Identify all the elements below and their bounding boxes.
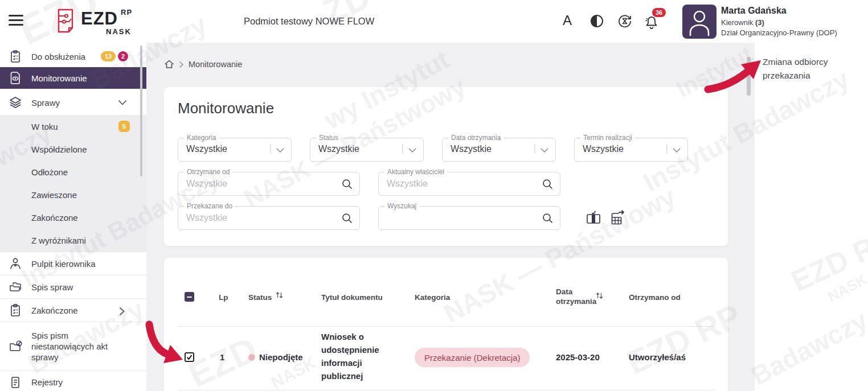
cell-status: Niepodjęte <box>259 352 303 362</box>
chevron-down-icon[interactable] <box>541 148 548 153</box>
column-header-otrzymano-od[interactable]: Otrzymano od <box>629 293 681 302</box>
filter-select-termin-realizacji[interactable]: Termin realizacji Wszystkie | <box>574 138 688 162</box>
main-scrollbar[interactable] <box>747 57 751 96</box>
filter-search-wyszukaj: Wyszukaj <box>378 206 560 230</box>
sidebar-item-zawieszone[interactable]: Zawieszone <box>0 183 146 206</box>
registry-document-icon <box>9 375 23 390</box>
user-role: Kierownik (3) <box>721 18 764 27</box>
clipboard-checklist-icon <box>9 49 23 64</box>
search-icon[interactable] <box>342 213 353 224</box>
amber-count-badge: 13 <box>101 51 116 61</box>
cell-date: 2025-03-20 <box>556 352 600 362</box>
chevron-down-icon[interactable] <box>408 148 416 153</box>
column-header-status[interactable]: Status <box>248 293 272 302</box>
field-separator: | <box>534 143 536 154</box>
chevron-down-icon[interactable] <box>276 148 284 153</box>
select-all-checkbox[interactable] <box>185 292 194 302</box>
sidebar-item-label: Z wyróżnikami <box>31 236 86 245</box>
cell-document-title[interactable]: Wniosek o udostępnienie informacji publi… <box>321 330 391 382</box>
sidebar-item-label: W toku <box>31 122 58 131</box>
filter-select-kategoria[interactable]: Kategoria Wszystkie | <box>178 138 292 162</box>
otrzymane-od-input[interactable] <box>186 173 329 195</box>
search-icon[interactable] <box>542 213 553 224</box>
page-title: Monitorowanie <box>178 100 274 117</box>
column-header-tytul[interactable]: Tytuł dokumentu <box>321 293 383 302</box>
filter-select-data-otrzymania[interactable]: Data otrzymania Wszystkie | <box>442 138 556 162</box>
sidebar-item-z-wyroznikami[interactable]: Z wyróżnikami <box>0 229 146 252</box>
sidebar-item-wspoldzielone[interactable]: Współdzielone <box>0 138 146 160</box>
document-eye-icon <box>9 71 23 85</box>
column-picker-icon[interactable] <box>586 210 601 226</box>
sidebar-item-label: Spis pism niestanowiących akt sprawy <box>31 330 133 363</box>
row-checkbox[interactable] <box>185 352 194 362</box>
sidebar-item-sprawy[interactable]: Sprawy <box>0 90 146 115</box>
chevron-right-icon <box>120 307 125 315</box>
sidebar-item-label: Odłożone <box>31 167 68 177</box>
column-header-lp[interactable]: Lp <box>219 293 228 302</box>
status-dot <box>248 354 255 361</box>
sidebar-item-do-obsluzenia[interactable]: Do obsłużenia 13 2 <box>0 46 146 67</box>
logo-rp-text: RP <box>121 8 132 17</box>
clipboard-check-icon <box>9 303 23 318</box>
sidebar-item-label: Monitorowanie <box>31 73 87 84</box>
wyszukaj-input[interactable] <box>387 207 529 229</box>
home-icon[interactable] <box>164 59 174 69</box>
sidebar-item-zakonczone[interactable]: Zakończone <box>0 298 146 322</box>
entity-title: Podmiot testowy NOWE FLOW <box>244 16 374 27</box>
filter-select-status[interactable]: Status Wszystkie | <box>310 138 424 162</box>
sidebar-item-label: Sprawy <box>31 97 60 108</box>
sidebar-item-label: Rejestry <box>31 377 63 388</box>
user-department: Dział Organizacyjno-Prawny (DOP) <box>721 28 837 37</box>
filters-card: Monitorowanie Kategoria Wszystkie | Stat… <box>164 87 728 246</box>
aktualny-wlasciciel-input[interactable] <box>387 173 529 195</box>
sidebar-item-spis-spraw[interactable]: Spis spraw <box>0 275 146 298</box>
sidebar-item-zakonczone-sub[interactable]: Zakończone <box>0 206 146 229</box>
session-timer-icon[interactable] <box>617 14 632 28</box>
field-separator: | <box>666 143 668 154</box>
sidebar-scrollbar[interactable] <box>140 46 142 176</box>
row-divider <box>178 326 714 327</box>
ezd-logo-icon <box>55 7 76 35</box>
annotation-label: Zmiana odbiorcy przekazania <box>763 55 838 83</box>
avatar-person-icon <box>682 5 716 39</box>
sidebar-item-monitorowanie[interactable]: Monitorowanie <box>0 67 146 89</box>
sort-icon[interactable] <box>276 291 284 299</box>
right-side-panel <box>755 43 868 391</box>
chevron-down-icon[interactable] <box>673 148 681 153</box>
breadcrumb-chevron-icon <box>179 61 183 68</box>
font-size-icon[interactable]: A <box>563 13 572 28</box>
sidebar-item-spis-pism[interactable]: Spis pism niestanowiących akt sprawy <box>0 322 146 371</box>
check-icon <box>186 353 193 361</box>
notification-count-badge: 36 <box>651 7 667 18</box>
logo-org-text: NASK <box>106 27 132 36</box>
app-header: EZD RP NASK Podmiot testowy NOWE FLOW A … <box>0 0 868 43</box>
field-value: Wszystkie <box>318 144 359 154</box>
user-name: Marta Gdańska <box>721 6 787 16</box>
sidebar-item-label: Współdzielone <box>31 145 87 154</box>
sort-icon[interactable] <box>596 292 604 299</box>
filter-search-aktualny-wlasciciel: Aktualny właściciel <box>378 172 560 196</box>
column-header-data-otrzymania[interactable]: Data otrzymania <box>556 287 600 306</box>
hamburger-menu-icon[interactable] <box>9 15 23 28</box>
field-value: Wszystkie <box>451 144 492 154</box>
magenta-count-badge: 2 <box>118 51 128 61</box>
contrast-icon[interactable] <box>590 14 604 28</box>
search-icon[interactable] <box>342 179 353 190</box>
sidebar-item-label: Zakończone <box>31 305 78 316</box>
user-role-count: (3) <box>755 18 764 27</box>
breadcrumb-current[interactable]: Monitorowanie <box>189 60 242 69</box>
avatar[interactable] <box>682 5 716 39</box>
sidebar-item-w-toku[interactable]: W toku 5 <box>0 115 146 138</box>
field-value: Wszystkie <box>186 144 227 154</box>
export-table-icon[interactable] <box>609 210 625 226</box>
folder-blocked-icon <box>9 339 23 354</box>
sidebar-item-pulpit-kierownika[interactable]: Pulpit kierownika <box>0 252 146 275</box>
przekazane-do-input[interactable] <box>186 207 329 229</box>
row-divider <box>178 390 714 390</box>
sidebar-item-rejestry[interactable]: Rejestry <box>0 371 146 391</box>
logo-brand-text: EZD <box>81 9 118 29</box>
search-icon[interactable] <box>542 179 553 190</box>
field-label: Status <box>316 134 341 142</box>
sidebar-item-odlozone[interactable]: Odłożone <box>0 160 146 183</box>
column-header-kategoria[interactable]: Kategoria <box>415 293 450 302</box>
